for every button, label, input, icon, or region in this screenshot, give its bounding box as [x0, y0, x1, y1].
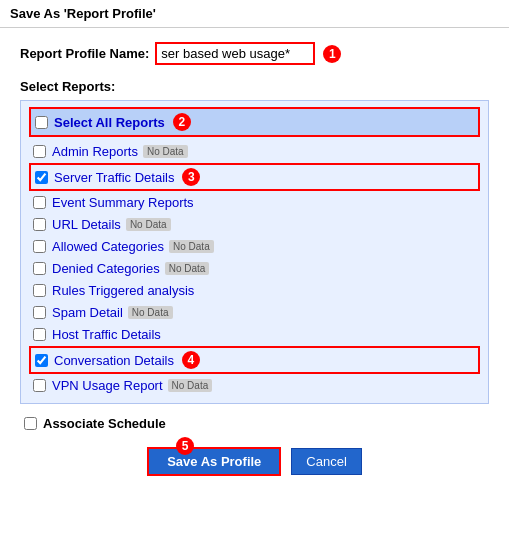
checkbox-select-all[interactable] — [35, 116, 48, 129]
checkbox-admin-reports[interactable] — [33, 145, 46, 158]
checkbox-url-details[interactable] — [33, 218, 46, 231]
report-item-denied-categories: Denied Categories No Data — [29, 258, 480, 279]
report-item-host-traffic: Host Traffic Details — [29, 324, 480, 345]
save-as-profile-button[interactable]: Save As Profile — [147, 447, 281, 476]
report-item-select-all: Select All Reports 2 — [29, 107, 480, 137]
spam-detail-label: Spam Detail — [52, 305, 123, 320]
report-item-event-summary: Event Summary Reports — [29, 192, 480, 213]
checkbox-event-summary[interactable] — [33, 196, 46, 209]
report-item-vpn-usage: VPN Usage Report No Data — [29, 375, 480, 396]
checkbox-rules-triggered[interactable] — [33, 284, 46, 297]
denied-categories-no-data: No Data — [165, 262, 210, 275]
admin-reports-no-data: No Data — [143, 145, 188, 158]
report-item-admin: Admin Reports No Data — [29, 141, 480, 162]
step3-badge: 3 — [182, 168, 200, 186]
step5-badge: 5 — [176, 437, 194, 455]
allowed-categories-label: Allowed Categories — [52, 239, 164, 254]
denied-categories-label: Denied Categories — [52, 261, 160, 276]
report-item-server-traffic: Server Traffic Details 3 — [29, 163, 480, 191]
checkbox-vpn-usage[interactable] — [33, 379, 46, 392]
server-traffic-label: Server Traffic Details — [54, 170, 174, 185]
host-traffic-label: Host Traffic Details — [52, 327, 161, 342]
reports-container: Select All Reports 2 Admin Reports No Da… — [20, 100, 489, 404]
event-summary-label: Event Summary Reports — [52, 195, 194, 210]
report-item-rules-triggered: Rules Triggered analysis — [29, 280, 480, 301]
report-item-allowed-categories: Allowed Categories No Data — [29, 236, 480, 257]
profile-name-input[interactable] — [155, 42, 315, 65]
allowed-categories-no-data: No Data — [169, 240, 214, 253]
step1-badge: 1 — [323, 45, 341, 63]
vpn-usage-label: VPN Usage Report — [52, 378, 163, 393]
checkbox-spam-detail[interactable] — [33, 306, 46, 319]
conversation-details-label: Conversation Details — [54, 353, 174, 368]
vpn-usage-no-data: No Data — [168, 379, 213, 392]
step2-badge: 2 — [173, 113, 191, 131]
checkbox-server-traffic[interactable] — [35, 171, 48, 184]
cancel-button[interactable]: Cancel — [291, 448, 361, 475]
report-item-conversation-details: Conversation Details 4 — [29, 346, 480, 374]
checkbox-associate-schedule[interactable] — [24, 417, 37, 430]
associate-schedule-label: Associate Schedule — [43, 416, 166, 431]
url-details-label: URL Details — [52, 217, 121, 232]
associate-schedule-row: Associate Schedule — [20, 416, 489, 431]
rules-triggered-label: Rules Triggered analysis — [52, 283, 194, 298]
admin-reports-label: Admin Reports — [52, 144, 138, 159]
button-row: 5 Save As Profile Cancel — [20, 447, 489, 476]
checkbox-conversation-details[interactable] — [35, 354, 48, 367]
checkbox-denied-categories[interactable] — [33, 262, 46, 275]
select-all-label: Select All Reports — [54, 115, 165, 130]
step4-badge: 4 — [182, 351, 200, 369]
checkbox-host-traffic[interactable] — [33, 328, 46, 341]
report-item-url-details: URL Details No Data — [29, 214, 480, 235]
profile-name-label: Report Profile Name: — [20, 46, 149, 61]
checkbox-allowed-categories[interactable] — [33, 240, 46, 253]
report-item-spam-detail: Spam Detail No Data — [29, 302, 480, 323]
spam-detail-no-data: No Data — [128, 306, 173, 319]
select-reports-label: Select Reports: — [20, 79, 489, 94]
url-details-no-data: No Data — [126, 218, 171, 231]
window-title: Save As 'Report Profile' — [0, 0, 509, 28]
